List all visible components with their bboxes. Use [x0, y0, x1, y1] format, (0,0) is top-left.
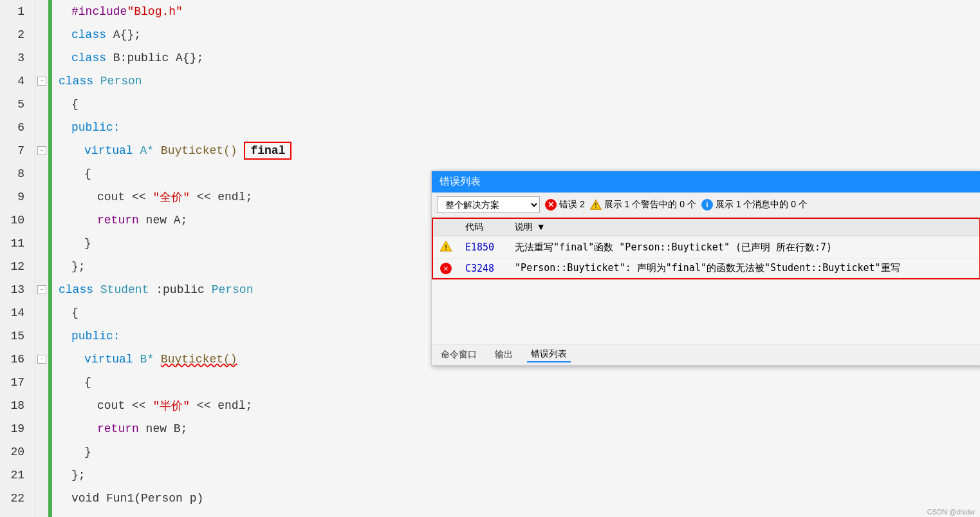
collapse-btn-4[interactable]: −: [37, 77, 46, 86]
gutter-cell-14: [35, 301, 48, 324]
info-count-text: 展示 1 个消息中的 0 个: [716, 199, 808, 211]
gutter-cell-16[interactable]: −: [35, 348, 48, 371]
code-span: #include: [71, 5, 127, 18]
gutter-cell-15: [35, 324, 48, 348]
footer-tab-errors[interactable]: 错误列表: [527, 347, 571, 362]
code-span: };: [71, 469, 86, 482]
line-num-4: 4: [0, 70, 30, 93]
code-span-underline: Buyticket(): [161, 353, 237, 366]
error-desc-cell: "Person::Buyticket": 声明为"final"的函数无法被"St…: [508, 259, 979, 278]
gutter-cell-22: [35, 487, 48, 510]
code-line-21: };: [59, 464, 980, 487]
error-table: 代码 说明 ▼ ! E1850 无法重写"final"函数 "Pers: [433, 219, 979, 278]
table-row[interactable]: ! E1850 无法重写"final"函数 "Person::Buyticket…: [433, 236, 979, 259]
code-span: }: [84, 237, 91, 250]
code-span: };: [71, 260, 86, 273]
error-code-cell: C3248: [459, 259, 508, 278]
collapse-btn-16[interactable]: −: [37, 355, 46, 364]
gutter-cell-5: [35, 93, 48, 116]
code-span: {: [71, 306, 79, 319]
gutter-cell-2: [35, 23, 48, 46]
gutter-cell-20: [35, 440, 48, 464]
svg-text:!: !: [444, 243, 448, 252]
line-num-12: 12: [0, 255, 30, 278]
code-span: B:public A{};: [113, 52, 203, 64]
code-line-18: cout << "半价" << endl;: [59, 394, 980, 417]
solution-dropdown[interactable]: 整个解决方案: [437, 196, 540, 213]
error-circle-icon: ✕: [440, 263, 452, 274]
line-num-1: 1: [0, 0, 30, 23]
code-span: [237, 144, 245, 157]
code-line-22: void Fun1(Person p): [59, 487, 980, 510]
line-num-3: 3: [0, 46, 30, 70]
line-num-17: 17: [0, 371, 30, 394]
code-line-7: virtual A* Buyticket() final: [59, 139, 980, 162]
gutter-cell-8: [35, 162, 48, 185]
gutter-cell-13[interactable]: −: [35, 278, 48, 301]
error-icon: ✕: [545, 199, 557, 211]
editor-container: 1 2 3 4 5 6 7 8 9 10 11 12 13 14 15 16 1…: [0, 0, 980, 517]
collapse-btn-13[interactable]: −: [37, 285, 46, 294]
line-num-15: 15: [0, 324, 30, 348]
info-count-badge: i 展示 1 个消息中的 0 个: [701, 199, 808, 211]
gutter-cell-6: [35, 116, 48, 139]
code-span: void Fun1(Person p): [71, 492, 203, 505]
line-num-8: 8: [0, 162, 30, 185]
code-line-20: }: [59, 440, 980, 464]
code-span: virtual: [84, 353, 140, 366]
warning-count-badge: ! 展示 1 个警告中的 0 个: [590, 199, 696, 211]
line-num-21: 21: [0, 464, 30, 487]
gutter: − − − −: [35, 0, 48, 517]
line-num-18: 18: [0, 394, 30, 417]
code-span: {: [84, 167, 91, 180]
warning-count-text: 展示 1 个警告中的 0 个: [604, 199, 696, 211]
gutter-cell-18: [35, 394, 48, 417]
gutter-cell-4[interactable]: −: [35, 70, 48, 93]
table-row[interactable]: ✕ C3248 "Person::Buyticket": 声明为"final"的…: [433, 259, 979, 278]
error-table-header: 代码 说明 ▼: [433, 219, 979, 236]
line-num-11: 11: [0, 232, 30, 255]
error-panel-title-text: 错误列表: [439, 175, 481, 189]
code-span: class: [59, 75, 100, 88]
code-line-17: {: [59, 371, 980, 394]
code-span: Person: [100, 75, 142, 88]
gutter-cell-21: [35, 464, 48, 487]
col-desc-header: 说明 ▼: [508, 219, 979, 236]
code-span: new B;: [139, 422, 188, 435]
code-span: A{};: [113, 28, 141, 41]
code-line-19: return new B;: [59, 417, 980, 440]
error-panel-footer: 命令窗口 输出 错误列表: [432, 344, 980, 365]
code-span: Person: [212, 283, 254, 296]
line-num-9: 9: [0, 185, 30, 209]
code-line-3: class B:public A{};: [59, 46, 980, 70]
code-span: return: [97, 422, 139, 435]
line-num-22: 22: [0, 487, 30, 510]
footer-tab-output[interactable]: 输出: [491, 348, 517, 362]
code-line-2: class A{};: [59, 23, 980, 46]
code-span: << endl;: [190, 399, 252, 412]
col-code-header: 代码: [459, 219, 508, 236]
gutter-cell-9: [35, 185, 48, 209]
code-span: class: [71, 52, 113, 64]
row-icon-cell: !: [433, 236, 459, 259]
gutter-cell-1: [35, 0, 48, 23]
code-span: Student: [100, 283, 156, 296]
code-span: virtual: [84, 144, 140, 157]
line-num-13: 13: [0, 278, 30, 301]
line-num-19: 19: [0, 417, 30, 440]
code-span: "半价": [153, 398, 190, 413]
code-span: cout <<: [97, 399, 153, 412]
row-icon-cell: ✕: [433, 259, 459, 278]
error-panel-toolbar: 整个解决方案 ✕ 错误 2 ! 展示 1 个警告中的 0 个 i 展示 1 个消…: [432, 193, 980, 218]
line-numbers: 1 2 3 4 5 6 7 8 9 10 11 12 13 14 15 16 1…: [0, 0, 35, 517]
line-num-14: 14: [0, 301, 30, 324]
col-icon-header: [433, 219, 459, 236]
footer-tab-cmd[interactable]: 命令窗口: [437, 348, 481, 362]
code-span: {: [71, 98, 79, 111]
collapse-btn-7[interactable]: −: [37, 146, 46, 155]
gutter-cell-3: [35, 46, 48, 70]
warn-triangle-icon: !: [439, 240, 452, 252]
final-keyword: final: [244, 142, 291, 160]
gutter-cell-7[interactable]: −: [35, 139, 48, 162]
code-span: "Blog.h": [127, 5, 182, 18]
